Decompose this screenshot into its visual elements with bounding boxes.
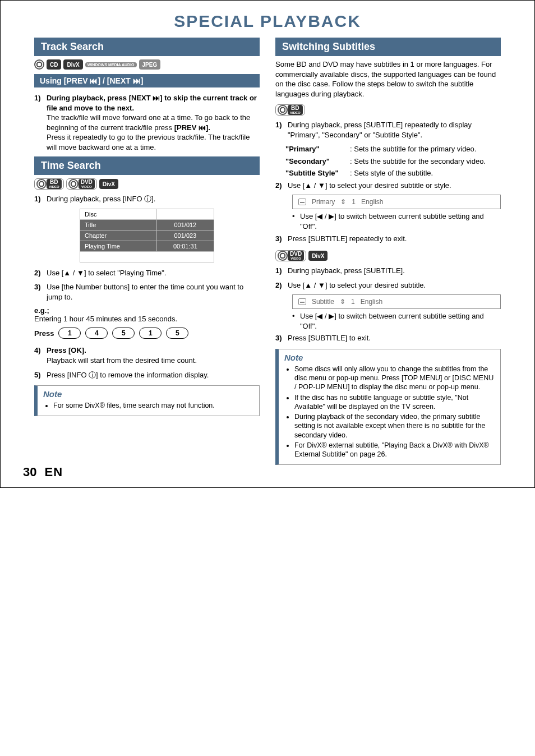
- def-primary: "Primary" : Sets the subtitle for the pr…: [285, 144, 501, 154]
- bd-step-1: 1) During playback, press [SUBTITLE] rep…: [275, 120, 501, 140]
- step-number: 3): [34, 282, 47, 302]
- badge-divx: DivX: [308, 251, 328, 261]
- table-row: Playing Time00:01:31: [80, 241, 214, 251]
- table-row: [80, 251, 214, 262]
- osd-label: Primary: [312, 198, 335, 206]
- note-title: Note: [43, 389, 253, 399]
- step-bold: Press [SUBTITLE] repeatedly to exit.: [288, 234, 501, 244]
- note-item: For some DivX® files, time search may no…: [53, 401, 253, 410]
- two-column-layout: Track Search CD DivX WINDOWS MEDIA AUDIO…: [34, 38, 501, 465]
- track-search-steps: 1) During playback, press [NEXT ⏭] to sk…: [34, 93, 260, 152]
- keycap-4: 4: [85, 328, 108, 339]
- manual-page: SPECIAL PLAYBACK Track Search CD DivX WI…: [0, 0, 535, 488]
- def-subtitle-style: "Subtitle Style" : Sets style of the sub…: [285, 168, 501, 178]
- dvd-step-1: 1) During playback, press [SUBTITLE].: [275, 266, 501, 276]
- note-item: During playback of the secondary video, …: [294, 412, 495, 440]
- time-search-steps: 1) During playback, press [INFO ⓘ].: [34, 194, 260, 204]
- table-row: Title001/012: [80, 219, 214, 230]
- badge-wma: WINDOWS MEDIA AUDIO: [85, 62, 137, 67]
- page-number: 30: [23, 465, 36, 480]
- left-column: Track Search CD DivX WINDOWS MEDIA AUDIO…: [34, 38, 260, 465]
- step-number: 4): [34, 345, 47, 365]
- disc-icon: [278, 251, 288, 261]
- time-search-step-5: 5) Press [INFO ⓘ] to remove the informat…: [34, 370, 260, 380]
- page-title: SPECIAL PLAYBACK: [34, 12, 501, 31]
- example-label: e.g.;: [34, 306, 260, 315]
- step-number: 3): [275, 333, 288, 343]
- dvd-steps: 1) During playback, press [SUBTITLE]. 2)…: [275, 266, 501, 290]
- step-bold: Use [▲ / ▼] to select "Playing Time".: [47, 268, 260, 278]
- example-text: Entering 1 hour 45 minutes and 15 second…: [34, 315, 260, 323]
- time-search-step-3: 3) Use [the Number buttons] to enter the…: [34, 282, 260, 302]
- note-item: For DivX® external subtitle, "Playing Ba…: [294, 441, 495, 459]
- badge-dvd: DVDVIDEO: [288, 251, 304, 261]
- keycap-5b: 5: [166, 328, 188, 339]
- badge-divx: DivX: [99, 179, 118, 189]
- step-bold: During playback, press [SUBTITLE].: [288, 266, 501, 276]
- page-footer: 30 EN: [23, 465, 63, 480]
- step-number: 1): [34, 194, 47, 204]
- step-number: 1): [275, 266, 288, 276]
- subtitles-intro: Some BD and DVD may have subtitles in 1 …: [275, 59, 501, 99]
- step-para: The track/file will move forward one at …: [47, 113, 250, 132]
- time-search-step-1: 1) During playback, press [INFO ⓘ].: [34, 194, 260, 204]
- note-item: If the disc has no subtitle language or …: [294, 393, 495, 412]
- step-para: Playback will start from the desired tim…: [47, 356, 197, 365]
- badge-group-dvd: DVDVIDEO: [275, 250, 306, 261]
- step-number: 5): [34, 370, 47, 380]
- step-bold: Use [▲ / ▼] to select your desired subti…: [288, 280, 501, 291]
- time-search-step-2: 2) Use [▲ / ▼] to select "Playing Time".: [34, 268, 260, 278]
- bd-badges: BDVIDEO: [275, 104, 501, 116]
- keycap-1: 1: [58, 328, 81, 339]
- osd-index: 1: [352, 198, 356, 206]
- time-search-steps-2: 2) Use [▲ / ▼] to select "Playing Time".…: [34, 268, 260, 302]
- bd-step-3: 3) Press [SUBTITLE] repeatedly to exit.: [275, 234, 501, 244]
- step-bold: Press [OK].: [47, 346, 86, 354]
- table-row: Disc: [80, 209, 214, 219]
- dvd-badges: DVDVIDEO DivX: [275, 250, 501, 261]
- track-search-step-1: 1) During playback, press [NEXT ⏭] to sk…: [34, 93, 260, 152]
- updown-icon: ⇕: [340, 198, 346, 206]
- keycap-5: 5: [112, 328, 135, 339]
- step-para-2: Press it repeatedly to go to the previou…: [47, 133, 250, 151]
- switching-subtitles-heading: Switching Subtitles: [275, 38, 501, 56]
- dvd-bullet: Use [◀ / ▶] to switch between current su…: [292, 311, 501, 331]
- step-bold: Use [the Number buttons] to enter the ti…: [47, 282, 260, 302]
- step-number: 1): [34, 93, 47, 152]
- bd-steps-3: 3) Press [SUBTITLE] repeatedly to exit.: [275, 234, 501, 244]
- step-number: 2): [34, 268, 47, 278]
- note-item: Some discs will only allow you to change…: [294, 365, 495, 392]
- disc-icon: [34, 59, 44, 70]
- badge-cd: CD: [47, 59, 61, 70]
- keycap-1b: 1: [139, 328, 162, 339]
- time-search-step-4: 4) Press [OK]. Playback will start from …: [34, 345, 260, 365]
- osd-label: Subtitle: [312, 298, 334, 306]
- step-number: 2): [275, 181, 288, 191]
- step-bold: During playback, press [SUBTITLE] repeat…: [288, 120, 501, 140]
- subtitle-icon: [298, 199, 306, 205]
- subtitle-icon: [298, 298, 306, 305]
- right-column: Switching Subtitles Some BD and DVD may …: [275, 38, 501, 465]
- press-label: Press: [34, 329, 54, 338]
- def-secondary: "Secondary" : Sets the subtitle for the …: [285, 156, 501, 167]
- step-bold: Press [SUBTITLE] to exit.: [288, 333, 501, 343]
- badge-divx: DivX: [63, 59, 82, 70]
- track-search-heading: Track Search: [34, 38, 260, 56]
- badge-jpeg: JPEG: [139, 59, 161, 70]
- badge-group-dvd: DVDVIDEO: [66, 178, 97, 190]
- bd-bullet: Use [◀ / ▶] to switch between current su…: [292, 211, 501, 231]
- note-title: Note: [284, 353, 495, 362]
- badge-group-bd: BDVIDEO: [34, 178, 64, 190]
- time-search-badges: BDVIDEO DVDVIDEO DivX: [34, 178, 260, 190]
- badge-bd: BDVIDEO: [288, 105, 303, 115]
- step-number: 1): [275, 120, 288, 140]
- osd-index: 1: [351, 298, 355, 306]
- prev-label: [PREV ⏮].: [174, 123, 210, 132]
- track-search-badges: CD DivX WINDOWS MEDIA AUDIO JPEG: [34, 59, 260, 70]
- updown-icon: ⇕: [340, 298, 345, 306]
- step-number: 3): [275, 234, 288, 244]
- dvd-steps-3: 3) Press [SUBTITLE] to exit.: [275, 333, 501, 343]
- time-search-heading: Time Search: [34, 156, 260, 175]
- disc-icon: [278, 105, 288, 115]
- osd-display-primary: Primary ⇕ 1 English: [292, 195, 501, 209]
